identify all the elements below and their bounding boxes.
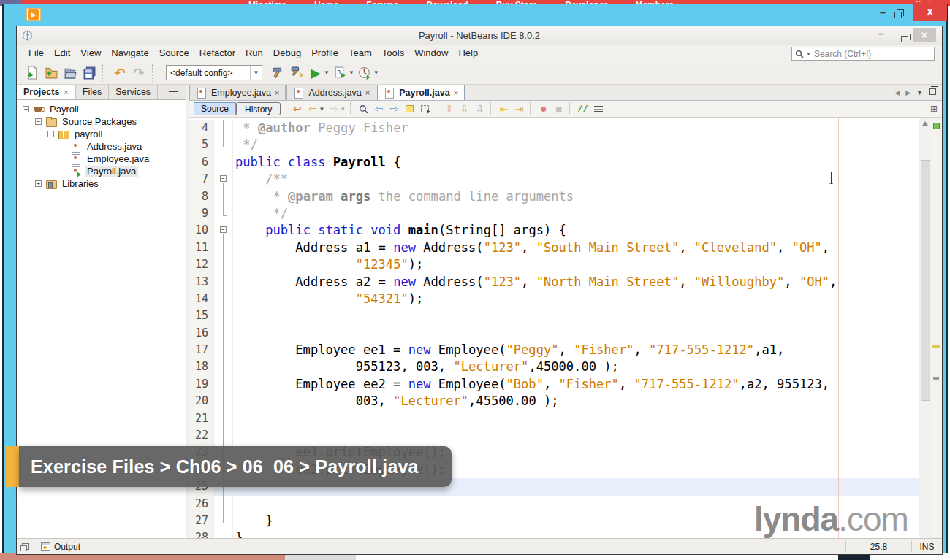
menu-help[interactable]: Help [453, 45, 483, 61]
tree-item-employee-java[interactable]: Employee.java [17, 153, 186, 165]
tree-item-source-packages[interactable]: −Source Packages [17, 115, 186, 128]
editor-tab-payroll-java[interactable]: Payroll.java× [377, 85, 465, 100]
code-line-4[interactable]: 4 * @author Peggy Fisher [189, 120, 919, 137]
menu-profile[interactable]: Profile [306, 45, 343, 61]
menu-source[interactable]: Source [154, 45, 194, 61]
menu-navigate[interactable]: Navigate [106, 45, 153, 61]
code-line-18[interactable]: 18 955123, 003, "Lecturer",45000.00 ); [189, 358, 919, 375]
stop-macro-recording-icon[interactable]: ■ [551, 101, 566, 116]
back-icon[interactable]: ⇦ [305, 101, 320, 116]
close-tab-icon[interactable]: × [365, 88, 370, 97]
code-line-12[interactable]: 12 "12345"); [189, 256, 919, 273]
shift-line-right-icon[interactable]: ⇥ [512, 101, 527, 116]
tab-list-dropdown-icon[interactable]: ▼ [916, 89, 923, 96]
menu-refactor[interactable]: Refactor [194, 45, 240, 61]
profile-project-button[interactable] [356, 64, 375, 83]
player-minimize-button[interactable]: – [874, 7, 892, 21]
warning-mark[interactable] [932, 345, 940, 348]
fold-collapse-icon[interactable]: − [220, 175, 227, 182]
code-line-22[interactable]: 22 [189, 427, 919, 444]
run-dropdown-icon[interactable]: ▼ [324, 69, 330, 76]
tree-item-payroll[interactable]: −Payroll [17, 103, 186, 115]
previous-bookmark-icon[interactable]: ⇧ [441, 101, 457, 116]
editor-tab-address-java[interactable]: Address.java× [286, 85, 376, 100]
find-previous-icon[interactable]: ⇦ [371, 101, 387, 116]
code-line-17[interactable]: 17 Employee ee1 = new Employee("Peggy", … [189, 342, 919, 358]
debug-dropdown-icon[interactable]: ▼ [349, 69, 354, 76]
new-project-button[interactable] [42, 64, 61, 83]
panel-tab-projects[interactable]: Projects× [17, 85, 76, 99]
window-dock-icon[interactable] [22, 543, 29, 550]
tree-item-payroll-java[interactable]: Payroll.java [17, 165, 186, 177]
menu-edit[interactable]: Edit [49, 45, 75, 61]
find-next-icon[interactable]: ⇨ [387, 101, 402, 116]
close-tab-icon[interactable]: × [275, 88, 279, 97]
run-project-button[interactable]: ▶ [306, 64, 325, 83]
code-line-16[interactable]: 16 [189, 325, 919, 342]
tree-item-payroll[interactable]: −payroll [17, 128, 186, 140]
toggle-highlight-icon[interactable] [402, 101, 417, 116]
code-line-8[interactable]: 8 * @param args the command line argumen… [189, 188, 919, 205]
panel-tab-services[interactable]: Services [109, 85, 158, 99]
undo-button[interactable]: ↶ [110, 64, 129, 83]
output-tab[interactable]: Output [35, 539, 86, 554]
netbeans-close-button[interactable]: × [913, 28, 936, 42]
menu-window[interactable]: Window [409, 45, 453, 61]
code-line-9[interactable]: 9 */ [189, 205, 919, 222]
redo-button[interactable]: ↷ [129, 64, 148, 83]
save-all-button[interactable] [80, 64, 99, 83]
uncomment-icon[interactable] [590, 101, 606, 116]
tree-item-libraries[interactable]: +Libraries [17, 177, 186, 190]
menu-team[interactable]: Team [343, 45, 377, 61]
code-line-7[interactable]: 7− /** [189, 171, 919, 188]
fold-indicator[interactable]: − [213, 171, 233, 188]
search-dropdown-icon[interactable]: ▼ [806, 51, 811, 56]
rectangular-selection-icon[interactable] [417, 101, 433, 116]
caret-mark[interactable] [933, 377, 939, 380]
code-line-11[interactable]: 11 Address a1 = new Address("123", "Sout… [189, 239, 919, 256]
close-tab-icon[interactable]: × [64, 85, 68, 99]
open-project-button[interactable] [61, 64, 80, 83]
code-line-15[interactable]: 15 [189, 307, 919, 324]
tree-toggle-icon[interactable]: − [48, 131, 54, 137]
next-bookmark-icon[interactable]: ⇩ [457, 101, 472, 116]
history-view-button[interactable]: History [236, 102, 281, 115]
panel-tab-files[interactable]: Files [76, 85, 109, 99]
code-line-21[interactable]: 21 [189, 410, 919, 427]
search-box[interactable]: ▼ [791, 47, 935, 61]
menu-view[interactable]: View [75, 45, 106, 61]
forward-icon[interactable]: ⇨ [326, 101, 341, 116]
debug-project-button[interactable]: 3 [331, 64, 350, 83]
maximize-editor-icon[interactable] [929, 88, 936, 96]
split-editor-icon[interactable]: ⊞ [930, 104, 938, 114]
fold-collapse-icon[interactable]: − [220, 226, 227, 233]
scrollbar-up-icon[interactable] [921, 119, 930, 128]
code-line-10[interactable]: 10− public static void main(String[] arg… [189, 222, 919, 239]
profile-dropdown-icon[interactable]: ▼ [373, 69, 379, 76]
menu-run[interactable]: Run [240, 45, 268, 61]
build-project-button[interactable] [268, 64, 287, 83]
back-dropdown-icon[interactable]: ▼ [319, 106, 324, 112]
player-restore-button[interactable] [894, 8, 902, 21]
forward-dropdown-icon[interactable]: ▼ [340, 106, 346, 112]
netbeans-minimize-button[interactable]: – [873, 28, 889, 39]
find-icon[interactable] [356, 101, 371, 116]
search-input[interactable] [814, 49, 934, 59]
toggle-bookmark-icon[interactable]: ⇩ [472, 101, 487, 116]
netbeans-restore-button[interactable] [901, 32, 908, 45]
new-file-button[interactable] [23, 64, 42, 83]
config-select[interactable]: <default config> ▼ [166, 65, 262, 80]
clean-build-project-button[interactable] [287, 64, 306, 83]
editor-tab-employee-java[interactable]: Employee.java× [189, 85, 286, 100]
scroll-tabs-right-icon[interactable]: ▶ [905, 89, 911, 96]
last-edit-position-icon[interactable]: ↩ [289, 101, 305, 116]
scrollbar-thumb[interactable] [921, 160, 930, 401]
code-line-19[interactable]: 19 Employee ee2 = new Employee("Bob", "F… [189, 376, 919, 393]
player-close-button[interactable]: X [913, 2, 947, 21]
comment-icon[interactable]: // [575, 101, 590, 116]
source-view-button[interactable]: Source [194, 102, 236, 115]
tree-toggle-icon[interactable]: + [35, 180, 42, 187]
tree-item-address-java[interactable]: Address.java [17, 140, 186, 153]
minimize-panel-icon[interactable]: — [162, 85, 186, 99]
code-line-5[interactable]: 5 */ [189, 137, 919, 153]
